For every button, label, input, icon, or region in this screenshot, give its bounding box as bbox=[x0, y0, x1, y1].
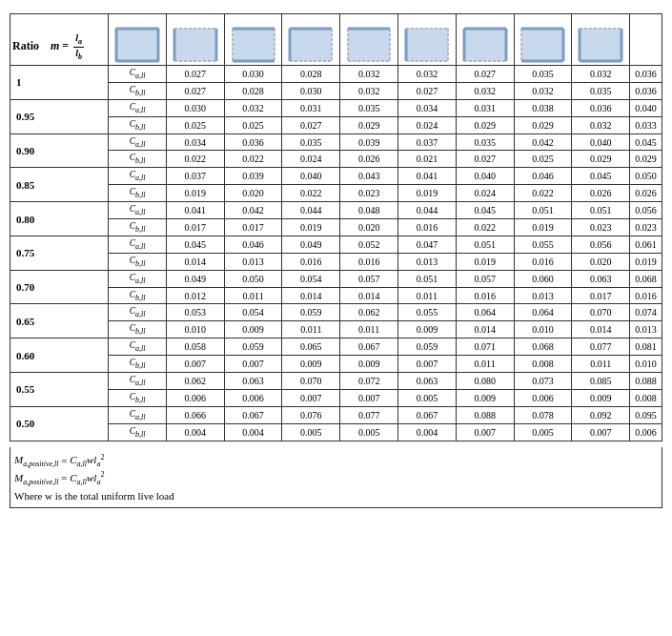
data-cell: 0.036 bbox=[224, 133, 282, 151]
data-cell: 0.040 bbox=[456, 168, 514, 185]
data-cell: 0.004 bbox=[166, 423, 224, 441]
case1-header bbox=[109, 14, 167, 66]
data-cell: 0.019 bbox=[282, 219, 340, 236]
data-cell: 0.020 bbox=[340, 219, 398, 236]
formula-note: Where w is the total uniform live load bbox=[14, 490, 658, 502]
data-cell: 0.032 bbox=[514, 82, 572, 99]
data-cell: 0.064 bbox=[514, 304, 572, 321]
data-cell: 0.039 bbox=[224, 168, 282, 185]
data-cell: 0.009 bbox=[340, 356, 398, 373]
data-cell: 0.068 bbox=[630, 270, 662, 287]
case3-header bbox=[224, 14, 282, 66]
case4-slab-icon bbox=[288, 27, 334, 63]
data-cell: 0.054 bbox=[282, 270, 340, 287]
data-cell: 0.005 bbox=[340, 423, 398, 441]
case1-slab-icon bbox=[114, 27, 160, 63]
data-cell: 0.061 bbox=[630, 236, 662, 253]
data-cell: 0.016 bbox=[514, 253, 572, 270]
data-cell: 0.050 bbox=[224, 270, 282, 287]
data-cell: 0.016 bbox=[340, 253, 398, 270]
data-cell: 0.023 bbox=[340, 185, 398, 202]
case9-slab-icon bbox=[578, 27, 623, 63]
case6-slab-icon bbox=[404, 27, 450, 63]
data-cell: 0.032 bbox=[398, 66, 457, 83]
data-cell: 0.012 bbox=[166, 287, 224, 304]
data-cell: 0.028 bbox=[282, 66, 340, 83]
data-cell: 0.051 bbox=[398, 270, 457, 287]
table-row: Cb,ll0.0170.0170.0190.0200.0160.0220.019… bbox=[10, 219, 662, 236]
data-cell: 0.016 bbox=[456, 287, 514, 304]
table-row: Cb,ll0.0120.0110.0140.0140.0110.0160.013… bbox=[10, 287, 662, 304]
data-cell: 0.025 bbox=[514, 151, 572, 168]
table-row: Cb,ll0.0040.0040.0050.0050.0040.0070.005… bbox=[10, 423, 662, 441]
data-cell: 0.027 bbox=[456, 151, 514, 168]
data-cell: 0.088 bbox=[630, 373, 662, 390]
svg-rect-20 bbox=[348, 29, 390, 61]
data-cell: 0.062 bbox=[166, 373, 224, 390]
ratio-cell: 0.90 bbox=[10, 133, 109, 168]
data-cell: 0.013 bbox=[630, 321, 662, 339]
data-cell: 0.030 bbox=[282, 82, 340, 99]
table-row: 1Ca,ll0.0270.0300.0280.0320.0320.0270.03… bbox=[10, 66, 662, 83]
data-cell: 0.022 bbox=[224, 151, 282, 168]
data-cell: 0.005 bbox=[514, 423, 572, 441]
data-cell: 0.032 bbox=[340, 82, 398, 99]
data-cell: 0.059 bbox=[398, 339, 457, 356]
data-cell: 0.022 bbox=[166, 151, 224, 168]
data-cell: 0.022 bbox=[456, 219, 514, 236]
table-row: 0.85Ca,ll0.0370.0390.0400.0430.0410.0400… bbox=[10, 168, 662, 185]
data-cell: 0.016 bbox=[398, 219, 457, 236]
data-cell: 0.064 bbox=[456, 304, 514, 321]
cb-label: Cb,ll bbox=[109, 116, 167, 133]
data-cell: 0.013 bbox=[398, 253, 457, 270]
data-cell: 0.010 bbox=[630, 356, 662, 373]
data-cell: 0.092 bbox=[572, 406, 630, 423]
data-cell: 0.058 bbox=[166, 339, 224, 356]
table-row: Cb,ll0.0140.0130.0160.0160.0130.0190.016… bbox=[10, 253, 662, 270]
data-cell: 0.007 bbox=[572, 423, 630, 441]
data-cell: 0.026 bbox=[340, 151, 398, 168]
data-cell: 0.063 bbox=[398, 373, 457, 390]
case7-header bbox=[456, 14, 514, 66]
cb-label: Cb,ll bbox=[109, 356, 167, 373]
data-cell: 0.005 bbox=[398, 389, 457, 406]
data-cell: 0.060 bbox=[514, 270, 572, 287]
data-cell: 0.072 bbox=[340, 373, 398, 390]
data-cell: 0.032 bbox=[572, 116, 630, 133]
data-cell: 0.008 bbox=[514, 356, 572, 373]
ratio-cell: 0.55 bbox=[10, 373, 109, 407]
data-cell: 0.038 bbox=[514, 99, 572, 116]
data-cell: 0.056 bbox=[572, 236, 630, 253]
data-cell: 0.067 bbox=[398, 406, 457, 423]
case2-slab-icon bbox=[173, 27, 218, 63]
data-cell: 0.081 bbox=[630, 339, 662, 356]
ratio-cell: 0.80 bbox=[10, 202, 109, 236]
ratio-cell: 0.70 bbox=[10, 270, 109, 304]
data-cell: 0.010 bbox=[514, 321, 572, 339]
data-cell: 0.066 bbox=[166, 406, 224, 423]
data-cell: 0.006 bbox=[166, 389, 224, 406]
data-cell: 0.019 bbox=[398, 185, 457, 202]
cb-label: Cb,ll bbox=[109, 253, 167, 270]
data-cell: 0.045 bbox=[456, 202, 514, 219]
data-cell: 0.053 bbox=[166, 304, 224, 321]
data-cell: 0.007 bbox=[224, 356, 282, 373]
data-cell: 0.005 bbox=[282, 423, 340, 441]
data-cell: 0.043 bbox=[340, 168, 398, 185]
data-cell: 0.059 bbox=[282, 304, 340, 321]
case5-header bbox=[340, 14, 398, 66]
data-cell: 0.044 bbox=[398, 202, 457, 219]
data-cell: 0.009 bbox=[572, 389, 630, 406]
data-cell: 0.036 bbox=[572, 99, 630, 116]
data-cell: 0.029 bbox=[514, 116, 572, 133]
data-cell: 0.085 bbox=[572, 373, 630, 390]
data-cell: 0.074 bbox=[630, 304, 662, 321]
data-cell: 0.009 bbox=[398, 321, 457, 339]
ca-label: Ca,ll bbox=[109, 373, 167, 390]
data-cell: 0.034 bbox=[166, 133, 224, 151]
cb-label: Cb,ll bbox=[109, 389, 167, 406]
svg-rect-40 bbox=[580, 29, 621, 61]
table-row: 0.55Ca,ll0.0620.0630.0700.0720.0630.0800… bbox=[10, 373, 662, 390]
data-cell: 0.044 bbox=[282, 202, 340, 219]
data-cell: 0.016 bbox=[630, 287, 662, 304]
